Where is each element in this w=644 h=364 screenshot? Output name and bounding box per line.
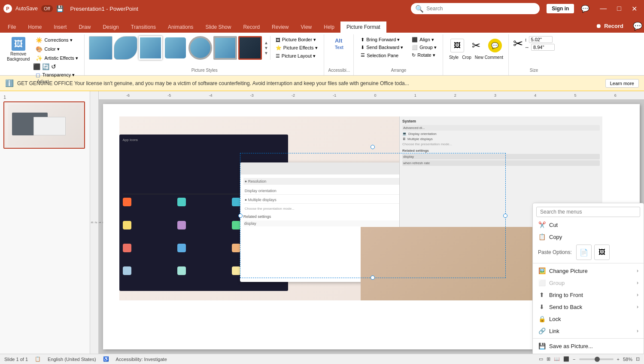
tab-animations[interactable]: Animations — [162, 21, 199, 33]
corrections-button[interactable]: ☀️ Corrections ▾ — [33, 36, 81, 44]
autosave-toggle[interactable]: Off — [41, 5, 52, 12]
search-icon: 🔍 — [415, 5, 424, 13]
styles-grid — [89, 36, 262, 60]
minimize-button[interactable]: — — [596, 5, 610, 12]
send-backward-label: Send Backward ▾ — [366, 45, 403, 50]
group-button[interactable]: ⬜ Group ▾ — [409, 44, 439, 51]
rotate-button[interactable]: ↻ Rotate ▾ — [409, 52, 439, 59]
style-5[interactable] — [188, 36, 212, 60]
crop-large-icon[interactable]: ✂ — [513, 37, 523, 51]
comment-ribbon-icon[interactable]: 💬 — [633, 21, 642, 31]
fit-slide-icon[interactable]: ⊡ — [636, 356, 640, 362]
bring-forward-button[interactable]: ⬆ Bring Forward ▾ — [358, 36, 406, 43]
learn-more-button[interactable]: Learn more — [605, 79, 639, 88]
search-input[interactable] — [426, 6, 535, 12]
style-4[interactable] — [164, 36, 187, 60]
picture-layout-button[interactable]: ☰ Picture Layout ▾ — [273, 52, 320, 60]
transparency-button[interactable]: ◻ Transparency ▾ — [33, 71, 81, 79]
crop-button[interactable]: ✂ — [468, 37, 485, 54]
lock-item[interactable]: 🔒 Lock — [533, 313, 644, 325]
save-icon[interactable]: 💾 — [56, 5, 64, 12]
presenter-icon[interactable]: ⬛ — [563, 356, 569, 362]
width-input[interactable] — [531, 44, 555, 51]
picture-border-icon: 🖼 — [276, 37, 280, 43]
send-backward-button[interactable]: ⬇ Send Backward ▾ — [358, 44, 406, 51]
reading-view-icon[interactable]: 📖 — [554, 356, 560, 362]
style-6[interactable] — [213, 36, 237, 60]
ruler-vertical: 3210-1-2-3 — [90, 91, 99, 354]
size-label: Size — [530, 68, 538, 73]
tab-record[interactable]: Record — [237, 21, 266, 33]
send-to-back-item[interactable]: ⬇ Send to Back › — [533, 301, 644, 313]
color-button[interactable]: 🎨 Color ▾ — [33, 45, 81, 53]
view-alt-text-item[interactable]: 📝 View Alt Text... — [533, 352, 644, 354]
reset-icon[interactable]: ↺ — [51, 63, 56, 70]
comment-title-icon[interactable]: 💬 — [577, 5, 593, 13]
context-menu-search[interactable] — [536, 207, 640, 217]
change-picture-item[interactable]: 🖼️ Change Picture › — [533, 265, 644, 277]
tab-insert[interactable]: Insert — [48, 21, 73, 33]
align-button[interactable]: ⬛ Align ▾ — [409, 36, 439, 43]
style-2[interactable] — [114, 36, 137, 60]
zoom-in-icon[interactable]: + — [617, 357, 620, 362]
change-pic-icon[interactable]: 🔄 — [42, 63, 49, 70]
close-button[interactable]: ✕ — [628, 5, 641, 13]
sign-in-button[interactable]: Sign in — [547, 4, 574, 13]
bring-to-front-item[interactable]: ⬆ Bring to Front › — [533, 289, 644, 301]
save-as-picture-item[interactable]: 💾 Save as Picture... — [533, 340, 644, 352]
record-button[interactable]: ⏺ Record — [590, 20, 629, 32]
comment-group-content: 🖼 ✂ 💬 Style Crop New Comment — [447, 36, 505, 73]
tab-view[interactable]: View — [295, 21, 318, 33]
style-scroll-up[interactable]: ▲ — [264, 40, 268, 45]
normal-view-icon[interactable]: ▭ — [539, 356, 543, 362]
tab-design[interactable]: Design — [97, 21, 125, 33]
cut-menu-item[interactable]: ✂️ Cut — [533, 219, 644, 231]
style-scroll-down[interactable]: ▼ — [264, 46, 268, 50]
save-as-picture-label: Save as Picture... — [549, 343, 638, 349]
zoom-out-icon[interactable]: − — [573, 357, 575, 362]
picture-effects-button[interactable]: ⭐ Picture Effects ▾ — [273, 44, 320, 52]
style-3[interactable] — [139, 36, 162, 60]
tab-draw[interactable]: Draw — [73, 21, 97, 33]
selection-pane-label: Selection Pane — [367, 53, 398, 58]
link-item[interactable]: 🔗 Link › — [533, 325, 644, 337]
style-scroll-more[interactable]: ▼ — [264, 51, 268, 55]
selection-pane-button[interactable]: ☰ Selection Pane — [358, 52, 406, 59]
group-menu-item[interactable]: ⬜ Group › — [533, 277, 644, 289]
tab-file[interactable]: File — [2, 21, 22, 33]
height-input[interactable] — [529, 36, 553, 43]
rotate-label: Rotate ▾ — [417, 52, 435, 58]
warning-text: GET GENUINE OFFICE Your license isn't ge… — [17, 80, 602, 86]
comment-yellow-icon: 💬 — [488, 39, 502, 52]
paste-keep-source[interactable]: 📄 — [576, 245, 592, 260]
ribbon: 🖼 RemoveBackground ☀️ Corrections ▾ 🎨 Co… — [0, 33, 644, 76]
ribbon-group-size: ✂ ↕ ↔ Size — [510, 34, 558, 75]
maximize-button[interactable]: □ — [614, 5, 625, 12]
paste-options-row: Paste Options: 📄 🖼 — [533, 243, 644, 262]
slide-sorter-icon[interactable]: ⊞ — [547, 356, 550, 362]
style-7[interactable] — [238, 36, 262, 60]
copy-menu-item[interactable]: 📋 Copy — [533, 231, 644, 243]
zoom-level: 58% — [623, 357, 632, 362]
divider-2 — [533, 338, 644, 339]
remove-background-button[interactable]: 🖼 RemoveBackground — [5, 36, 31, 63]
tab-picture-format[interactable]: Picture Format — [340, 21, 386, 33]
artistic-effects-button[interactable]: ✨ Artistic Effects ▾ — [33, 54, 81, 62]
picture-styles-label: Picture Styles — [191, 68, 218, 73]
slide-thumbnail[interactable] — [3, 101, 85, 149]
paste-picture[interactable]: 🖼 — [594, 245, 610, 260]
search-bar[interactable]: 🔍 — [411, 3, 540, 14]
tab-slideshow[interactable]: Slide Show — [199, 21, 237, 33]
tab-transitions[interactable]: Transitions — [125, 21, 162, 33]
alt-text-button[interactable]: AltText — [331, 36, 348, 52]
bring-to-front-icon: ⬆ — [538, 291, 546, 298]
zoom-slider[interactable] — [579, 358, 614, 360]
compress-icon[interactable]: ⬛ — [33, 63, 40, 70]
tab-home[interactable]: Home — [22, 21, 48, 33]
picture-border-button[interactable]: 🖼 Picture Border ▾ — [273, 36, 320, 43]
tab-review[interactable]: Review — [266, 21, 295, 33]
style-1[interactable] — [89, 36, 112, 60]
tab-help[interactable]: Help — [318, 21, 340, 33]
new-comment-ribbon-button[interactable]: 🖼 ✂ 💬 Style Crop New Comment — [447, 36, 505, 61]
accessibility-label: Accessibi... — [328, 68, 350, 73]
